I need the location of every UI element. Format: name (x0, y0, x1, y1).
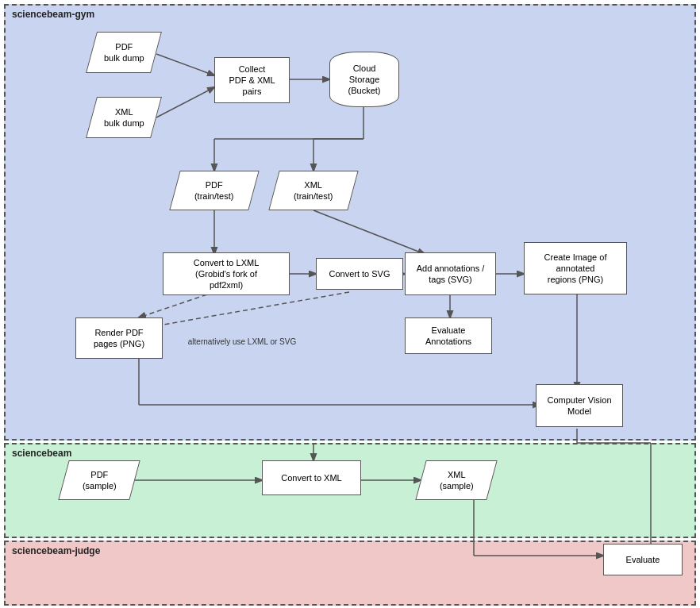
xml-sample-label: XML (sample) (440, 469, 474, 492)
sciencebeam-label: sciencebeam (12, 448, 71, 459)
convert-svg-node: Convert to SVG (316, 258, 403, 290)
xml-bulk-dump-node: XML bulk dump (86, 97, 162, 138)
xml-train-test-node: XML (train/test) (268, 171, 358, 210)
add-annotations-label: Add annotations / tags (SVG) (417, 263, 485, 286)
pdf-bulk-dump-node: PDF bulk dump (86, 32, 162, 73)
convert-xml-node: Convert to XML (262, 460, 361, 495)
render-pdf-node: Render PDF pages (PNG) (75, 317, 163, 359)
pdf-bulk-dump-label: PDF bulk dump (104, 41, 144, 64)
xml-sample-node: XML (sample) (415, 460, 497, 500)
pdf-train-test-node: PDF (train/test) (169, 171, 259, 210)
judge-label: sciencebeam-judge (12, 545, 100, 556)
pdf-sample-node: PDF (sample) (58, 460, 140, 500)
convert-lxml-label: Convert to LXML (Grobid's fork of pdf2xm… (194, 257, 260, 291)
evaluate-annotations-label: Evaluate Annotations (425, 325, 471, 348)
xml-train-test-label: XML (train/test) (294, 179, 333, 202)
alt-text-label: alternatively use LXML or SVG (188, 337, 296, 347)
xml-bulk-dump-label: XML bulk dump (104, 106, 144, 129)
add-annotations-node: Add annotations / tags (SVG) (405, 252, 496, 295)
cloud-storage-label: Cloud Storage (Bucket) (348, 63, 381, 97)
pdf-sample-label: PDF (sample) (83, 469, 117, 492)
region-judge: sciencebeam-judge (4, 541, 696, 606)
diagram-container: sciencebeam-gym sciencebeam sciencebeam-… (0, 0, 700, 608)
gym-label: sciencebeam-gym (12, 9, 94, 20)
evaluate-node: Evaluate (603, 544, 683, 575)
computer-vision-node: Computer Vision Model (536, 384, 623, 427)
collect-node: Collect PDF & XML pairs (214, 57, 290, 103)
convert-svg-label: Convert to SVG (329, 268, 390, 279)
convert-xml-label: Convert to XML (281, 472, 341, 483)
collect-label: Collect PDF & XML pairs (229, 63, 275, 98)
render-pdf-label: Render PDF pages (PNG) (94, 327, 144, 350)
convert-lxml-node: Convert to LXML (Grobid's fork of pdf2xm… (163, 252, 290, 295)
evaluate-annotations-node: Evaluate Annotations (405, 317, 492, 354)
alt-text-node: alternatively use LXML or SVG (163, 333, 321, 349)
pdf-train-test-label: PDF (train/test) (194, 179, 234, 202)
evaluate-label: Evaluate (626, 554, 660, 565)
create-image-node: Create Image of annotated regions (PNG) (524, 242, 627, 294)
create-image-label: Create Image of annotated regions (PNG) (544, 252, 607, 286)
computer-vision-label: Computer Vision Model (547, 394, 611, 418)
cloud-storage-node: Cloud Storage (Bucket) (329, 52, 399, 107)
